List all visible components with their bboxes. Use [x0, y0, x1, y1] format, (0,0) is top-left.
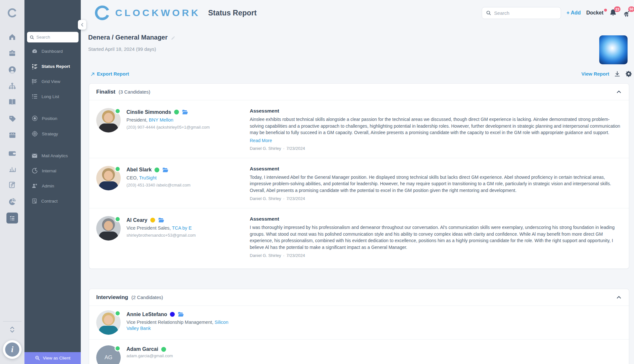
report-settings-gear-icon[interactable] — [625, 70, 632, 77]
tag-icon[interactable] — [0, 112, 24, 125]
docket-button[interactable]: Docket — [586, 10, 603, 16]
sidebar-item-contract[interactable]: Contract — [24, 195, 81, 207]
avatar[interactable] — [96, 216, 121, 241]
interviewing-section-header[interactable]: Interviewing (2 Candidates) — [89, 289, 629, 306]
pie-finance-icon[interactable]: $% — [0, 195, 24, 208]
client-preview-icon — [35, 355, 40, 361]
home-icon[interactable] — [0, 31, 24, 43]
avatar[interactable] — [96, 166, 121, 190]
assessment-author: Daniel G. Shirley·7/23/2024 — [250, 146, 622, 151]
presence-dot — [115, 216, 121, 222]
sidebar-search[interactable] — [27, 32, 79, 42]
sidebar-item-grid-view[interactable]: Grid View — [24, 75, 81, 88]
sidebar-item-label: Grid View — [42, 79, 60, 84]
company-link[interactable]: BNY Mellon — [149, 117, 173, 123]
status-dot — [154, 168, 159, 172]
assessment-heading: Assessment — [250, 216, 622, 222]
book-icon[interactable] — [0, 96, 24, 108]
main-content: CLOCKWORK Status Report + Add Docket 23 … — [81, 0, 634, 364]
sidebar-item-strategy[interactable]: Strategy — [24, 127, 81, 140]
company-link[interactable]: TCA by E — [172, 225, 191, 231]
notifications-button[interactable]: 23 — [609, 9, 617, 17]
sidebar-item-admin[interactable]: Admin — [24, 179, 81, 192]
assessment-author: Daniel G. Shirley·7/23/2024 — [250, 253, 622, 258]
sidebar-item-long-list[interactable]: Long List — [24, 90, 81, 103]
search-icon — [30, 34, 34, 40]
strategy-icon — [32, 131, 38, 137]
chevron-up-icon[interactable] — [616, 294, 622, 300]
export-report-link[interactable]: Export Report — [90, 71, 129, 77]
sidebar-item-mail-analytics[interactable]: Mail Analytics — [24, 149, 81, 162]
candidate-name[interactable]: Annie LeStefano — [126, 312, 167, 317]
candidate-summary: Abel Slark CEO, TruSight (203) 451-3340 … — [96, 166, 250, 201]
sidebar-item-label: Strategy — [42, 132, 58, 136]
assessment-block: Assessment Today, I interviewed Abel for… — [250, 166, 622, 201]
add-button[interactable]: + Add — [566, 10, 581, 16]
folder-icon[interactable] — [158, 217, 164, 223]
cleanup-badge: 50 — [628, 6, 634, 12]
info-button[interactable]: i — [3, 340, 22, 359]
edit-title-icon[interactable] — [171, 34, 175, 41]
assessment-text: Ainslee exhibits robust technical skills… — [250, 116, 622, 136]
clockwork-wordmark: CLOCKWORK — [115, 7, 200, 18]
folder-icon[interactable] — [162, 167, 168, 173]
folder-icon[interactable] — [182, 109, 188, 115]
view-as-client-button[interactable]: View as Client — [24, 352, 81, 364]
candidate-name[interactable]: Al Ceary — [126, 217, 147, 223]
sidebar-search-input[interactable] — [36, 35, 72, 40]
read-more-link[interactable]: Read More — [250, 138, 272, 143]
icon-rail: $% i — [0, 0, 24, 364]
contacts-icon[interactable] — [0, 63, 24, 76]
status-dot — [161, 347, 166, 352]
sidebar-item-internal[interactable]: Internal — [24, 164, 81, 177]
candidate-name[interactable]: Abel Slark — [126, 167, 152, 173]
status-dot — [150, 218, 155, 223]
clockwork-logo-icon — [94, 5, 111, 21]
section-title: Finalist — [96, 89, 116, 95]
section-title: Interviewing — [96, 294, 128, 301]
avatar[interactable] — [96, 310, 121, 335]
calendar-icon[interactable] — [0, 129, 24, 141]
clockwork-mini-logo-icon[interactable] — [0, 6, 24, 19]
cleanup-button[interactable]: 50 — [623, 9, 631, 17]
sidebar-collapse-button[interactable] — [78, 20, 86, 30]
status-report-icon — [32, 63, 38, 69]
download-icon[interactable] — [614, 71, 620, 77]
rail-divider — [3, 321, 22, 322]
assessment-text: I was thoroughly impressed by his profes… — [250, 224, 622, 250]
view-report-link[interactable]: View Report — [582, 71, 609, 77]
page-subtitle: Started April 18, 2024 (99 days) — [88, 46, 156, 52]
finalist-section-header[interactable]: Finalist (3 Candidates) — [89, 84, 629, 100]
scroll-icon[interactable] — [0, 178, 24, 191]
docket-label: Docket — [586, 10, 603, 15]
assessment-block: Assessment I was thoroughly impressed by… — [250, 216, 622, 258]
info-icon: i — [5, 342, 19, 357]
checklist-icon-selected[interactable] — [6, 213, 18, 223]
position-thumbnail-image[interactable] — [599, 35, 628, 64]
avatar[interactable] — [96, 108, 121, 132]
global-search[interactable] — [482, 7, 561, 19]
view-as-client-label: View as Client — [43, 356, 70, 360]
bar-chart-icon[interactable] — [0, 162, 24, 175]
sidebar-item-dashboard[interactable]: Dashboard — [24, 45, 81, 58]
assessment-author: Daniel G. Shirley·7/23/2024 — [250, 196, 622, 201]
chevron-up-icon[interactable] — [616, 89, 622, 95]
candidate-summary: Al Ceary Vice President Sales, TCA by E … — [96, 216, 250, 258]
candidate-summary: AG Adam Garcai adam.garcia@gmail.com — [96, 345, 250, 364]
internal-icon — [32, 168, 38, 174]
wallet-icon[interactable] — [0, 147, 24, 160]
candidate-name[interactable]: Cinslie Simmonds — [126, 109, 171, 115]
admin-icon — [32, 183, 38, 189]
org-chart-icon[interactable] — [0, 80, 24, 93]
interviewing-section: Interviewing (2 Candidates) Annie LeStef… — [89, 289, 629, 364]
sidebar-item-position[interactable]: Position — [24, 112, 81, 125]
folder-icon[interactable] — [178, 311, 184, 317]
sidebar-item-status-report[interactable]: Status Report — [24, 60, 81, 73]
company-link[interactable]: TruSight — [139, 175, 156, 180]
finalist-section: Finalist (3 Candidates) Cinslie Simmonds — [89, 83, 629, 269]
avatar[interactable]: AG — [96, 345, 121, 364]
global-search-input[interactable] — [494, 10, 558, 16]
candidate-name[interactable]: Adam Garcai — [126, 346, 158, 352]
rail-collapse-toggle[interactable] — [0, 326, 24, 333]
briefcase-icon[interactable] — [0, 47, 24, 59]
